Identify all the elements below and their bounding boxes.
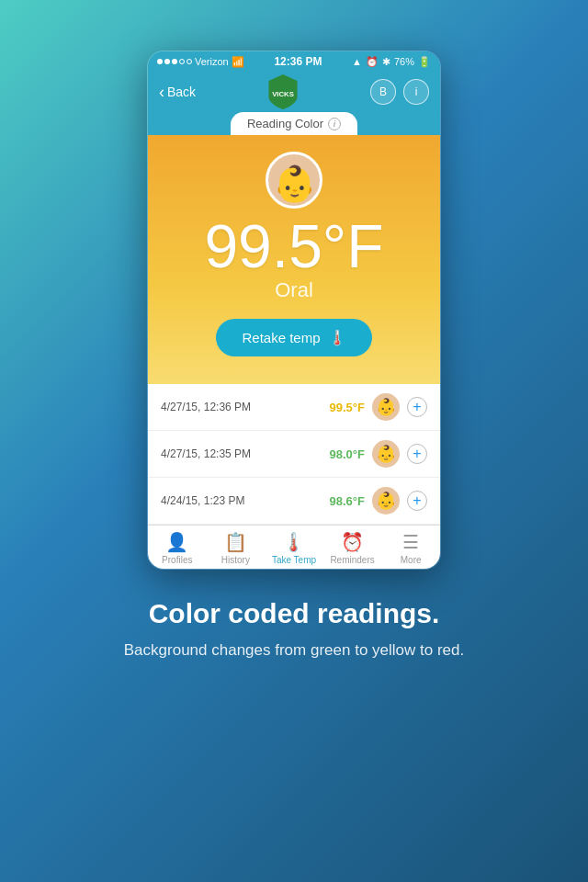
tab-more[interactable]: ☰ More [381, 531, 440, 565]
history-date: 4/24/15, 1:23 PM [161, 494, 322, 507]
more-icon: ☰ [402, 531, 419, 553]
retake-label: Retake temp [242, 330, 320, 345]
reading-color-label: Reading Color [247, 117, 323, 130]
wifi-icon: 📶 [232, 56, 244, 68]
location-icon: ▲ [352, 56, 362, 67]
retake-temp-button[interactable]: Retake temp 🌡️ [216, 319, 371, 356]
status-left: Verizon 📶 [157, 56, 244, 68]
signal-dots [157, 59, 192, 64]
time-label: 12:36 PM [274, 55, 322, 68]
tab-history-label: History [221, 555, 250, 565]
history-date: 4/27/15, 12:36 PM [161, 401, 322, 413]
main-content: 👶 99.5°F Oral Retake temp 🌡️ [148, 135, 440, 384]
back-button[interactable]: ‹ Back [159, 83, 196, 102]
reading-color-tab: Reading Color i [148, 112, 440, 135]
history-temp: 98.6°F [330, 494, 365, 508]
phone-frame: Verizon 📶 12:36 PM ▲ ⏰ ✱ 76% 🔋 ‹ Back VI… [147, 51, 441, 570]
avatar: 👶 [266, 152, 322, 209]
history-date: 4/27/15, 12:35 PM [161, 447, 322, 460]
carrier-label: Verizon [195, 56, 229, 67]
battery-label: 76% [394, 56, 414, 67]
tab-more-label: More [401, 555, 422, 565]
take-temp-icon: 🌡️ [282, 531, 305, 553]
nav-icons: B i [370, 79, 429, 105]
temperature-display: 99.5°F [204, 216, 383, 277]
promo-subtext: Background changes from green to yellow … [124, 639, 464, 662]
reading-color-pill[interactable]: Reading Color i [231, 112, 357, 135]
history-add-button[interactable]: + [407, 444, 427, 464]
history-temp: 98.0°F [330, 447, 365, 461]
history-list: 4/27/15, 12:36 PM 99.5°F 👶 + 4/27/15, 12… [148, 384, 440, 525]
status-bar: Verizon 📶 12:36 PM ▲ ⏰ ✱ 76% 🔋 [148, 51, 440, 72]
info-nav-icon[interactable]: i [403, 79, 429, 105]
history-item: 4/24/15, 1:23 PM 98.6°F 👶 + [148, 478, 440, 525]
history-item: 4/27/15, 12:35 PM 98.0°F 👶 + [148, 431, 440, 478]
vicks-logo: VICKS [263, 72, 303, 112]
tab-history[interactable]: 📋 History [207, 531, 266, 565]
tab-profiles[interactable]: 👤 Profiles [148, 531, 207, 565]
battery-icon: 🔋 [418, 56, 431, 68]
vicks-shield-icon: VICKS [266, 73, 300, 111]
bluetooth-icon: ✱ [382, 56, 390, 68]
history-avatar: 👶 [372, 487, 400, 514]
history-add-button[interactable]: + [407, 491, 427, 511]
history-avatar: 👶 [372, 440, 400, 468]
tab-bar: 👤 Profiles 📋 History 🌡️ Take Temp ⏰ Remi… [148, 525, 440, 569]
thermometer-icon: 🌡️ [328, 329, 346, 346]
tab-reminders[interactable]: ⏰ Reminders [323, 531, 382, 565]
promo-headline: Color coded readings. [124, 597, 464, 630]
history-item: 4/27/15, 12:36 PM 99.5°F 👶 + [148, 384, 440, 431]
temperature-method: Oral [275, 278, 313, 302]
reading-color-info-icon[interactable]: i [328, 118, 341, 130]
alarm-icon: ⏰ [366, 56, 379, 68]
svg-text:VICKS: VICKS [272, 90, 294, 98]
history-avatar: 👶 [372, 393, 400, 421]
status-right: ▲ ⏰ ✱ 76% 🔋 [352, 56, 431, 68]
history-temp: 99.5°F [330, 401, 365, 414]
bluetooth-nav-icon[interactable]: B [370, 79, 396, 105]
reminders-icon: ⏰ [341, 531, 364, 553]
tab-profiles-label: Profiles [162, 555, 192, 565]
nav-bar: ‹ Back VICKS B i [148, 72, 440, 112]
profiles-icon: 👤 [165, 531, 188, 553]
back-arrow-icon: ‹ [159, 83, 164, 102]
tab-take-temp[interactable]: 🌡️ Take Temp [265, 531, 323, 565]
tab-take-temp-label: Take Temp [272, 555, 316, 565]
baby-avatar-icon: 👶 [273, 166, 316, 201]
history-icon: 📋 [224, 531, 247, 553]
history-add-button[interactable]: + [407, 397, 427, 417]
back-label: Back [167, 85, 196, 99]
promo-section: Color coded readings. Background changes… [87, 597, 501, 662]
tab-reminders-label: Reminders [330, 555, 374, 565]
